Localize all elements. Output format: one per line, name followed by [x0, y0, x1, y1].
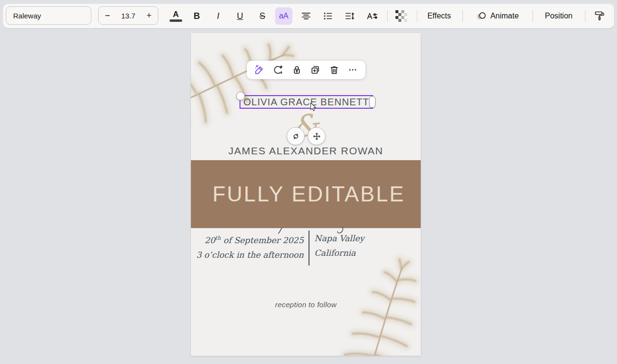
- magic-edit-button[interactable]: [253, 64, 266, 76]
- text-case-button[interactable]: aA: [275, 7, 292, 25]
- toolbar-divider: [463, 10, 463, 22]
- font-family-select[interactable]: Raleway: [6, 6, 91, 25]
- location-text[interactable]: Napa Valley California: [314, 231, 411, 260]
- lock-button[interactable]: [291, 64, 303, 76]
- time-line: 3 o’clock in the afternoon: [191, 248, 304, 262]
- bold-button[interactable]: B: [188, 7, 206, 25]
- more-icon: [347, 64, 359, 76]
- width-handle-right[interactable]: [369, 96, 376, 108]
- toolbar-divider: [532, 10, 533, 22]
- toolbar-divider: [417, 10, 417, 22]
- font-size-increase-button[interactable]: +: [146, 11, 152, 20]
- spacing-button[interactable]: [341, 7, 359, 25]
- add-comment-button[interactable]: [272, 64, 284, 76]
- editor-toolbar: Raleway − 13.7 + A B I U S aA: [3, 4, 614, 28]
- effects-button[interactable]: Effects: [422, 7, 457, 25]
- reception-note-text[interactable]: reception to follow: [191, 300, 421, 309]
- date-location-divider: [308, 231, 309, 265]
- delete-button[interactable]: [328, 64, 341, 76]
- toolbar-divider: [585, 10, 585, 22]
- bulleted-list-icon: [322, 10, 334, 22]
- selection-toolbar: [247, 61, 365, 79]
- font-family-value: Raleway: [13, 12, 41, 20]
- design-canvas[interactable]: OLIVIA GRACE BENNETT & JAMES ALEXANDER R…: [191, 33, 421, 356]
- font-size-decrease-button[interactable]: −: [105, 11, 110, 20]
- location-line1: Napa Valley: [314, 231, 411, 246]
- underline-button[interactable]: U: [231, 7, 249, 25]
- location-line2: California: [314, 246, 411, 260]
- text-color-icon: A: [173, 10, 179, 18]
- duplicate-icon: [309, 64, 321, 76]
- animate-button[interactable]: Animate: [468, 7, 526, 25]
- date-line: 20th of September 2025: [191, 231, 304, 248]
- duplicate-button[interactable]: [309, 64, 322, 76]
- animate-label: Animate: [490, 12, 519, 20]
- paint-roller-icon: [593, 10, 606, 22]
- animate-icon: [475, 10, 487, 22]
- alignment-button[interactable]: [297, 7, 315, 25]
- text-color-button[interactable]: A: [167, 7, 185, 25]
- date-time-text[interactable]: 20th of September 2025 3 o’clock in the …: [191, 231, 304, 262]
- resize-handle-top-left[interactable]: [236, 92, 245, 100]
- copy-style-button[interactable]: [591, 7, 608, 25]
- selected-text-element[interactable]: OLIVIA GRACE BENNETT: [240, 95, 373, 109]
- transparency-button[interactable]: [393, 7, 410, 25]
- lock-icon: [291, 64, 303, 76]
- italic-button[interactable]: I: [209, 7, 227, 25]
- list-button[interactable]: [319, 7, 337, 25]
- magic-edit-icon: [254, 64, 265, 76]
- banner-text: FULLY EDITABLE: [206, 182, 405, 206]
- banner-block[interactable]: FULLY EDITABLE: [191, 160, 421, 228]
- letter-spacing-icon: [366, 10, 378, 22]
- text-color-swatch: [170, 19, 182, 22]
- position-button[interactable]: Position: [539, 7, 578, 25]
- line-spacing-icon: [344, 10, 356, 22]
- add-comment-icon: [272, 64, 284, 76]
- move-icon: [311, 131, 322, 142]
- font-size-value[interactable]: 13.7: [121, 12, 135, 20]
- strikethrough-button[interactable]: S: [254, 7, 271, 25]
- font-size-control: − 13.7 +: [98, 6, 158, 25]
- rotate-icon: [291, 131, 301, 142]
- more-options-button[interactable]: [346, 64, 359, 76]
- align-center-icon: [300, 10, 312, 22]
- groom-name-text[interactable]: JAMES ALEXANDER ROWAN: [191, 145, 421, 157]
- format-options-button[interactable]: [363, 7, 381, 25]
- bride-name-text[interactable]: OLIVIA GRACE BENNETT: [243, 97, 369, 108]
- delete-icon: [328, 64, 340, 76]
- transparency-icon: [395, 10, 408, 22]
- move-handle[interactable]: [308, 127, 326, 145]
- toolbar-divider: [387, 10, 388, 22]
- rotate-handle[interactable]: [287, 127, 305, 145]
